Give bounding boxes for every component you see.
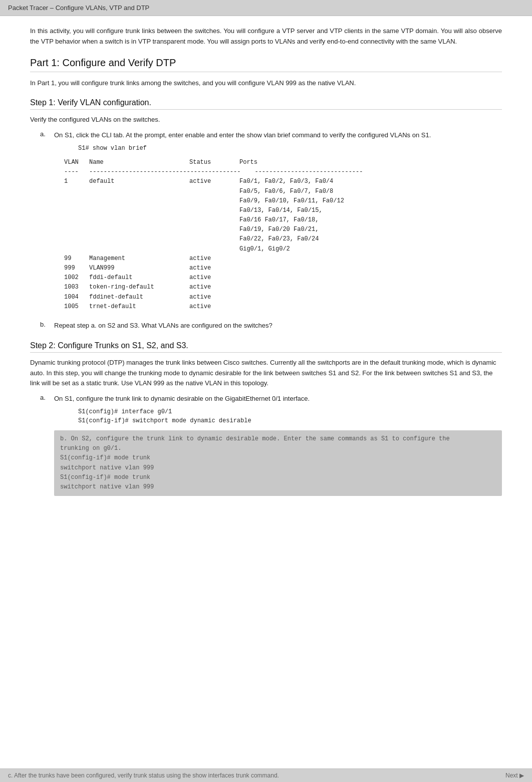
vlan-name-1005: trnet-default: [89, 302, 189, 312]
vlan-row-99: 99 Management active: [64, 254, 502, 264]
vlan-status-999: active: [189, 264, 239, 273]
step1-sub-a: a. On S1, click the CLI tab. At the prom…: [30, 130, 502, 317]
vlan-name-1002: fddi-default: [89, 273, 189, 283]
sub-b-label: b.: [40, 321, 54, 331]
step2-sub-a-label: a.: [40, 394, 54, 500]
step1-heading: Step 1: Verify VLAN configuration.: [30, 98, 502, 110]
vlan-name-1: default: [89, 177, 189, 254]
main-content: In this activity, you will configure tru…: [0, 16, 532, 524]
next-button[interactable]: Next ▶: [505, 772, 524, 779]
col-vlan: VLAN: [64, 158, 89, 167]
vlan-id-1003: 1003: [64, 283, 89, 292]
highlighted-section-b: b. On S2, configure the trunk link to dy…: [54, 430, 502, 496]
vlan-status-99: active: [189, 254, 239, 264]
vlan-ports-1004: [239, 293, 502, 302]
vlan-id-1: 1: [64, 177, 89, 254]
highlight-line-5: S1(config-if)# mode trunk: [60, 473, 496, 482]
ports-line-3: Fa0/9, Fa0/10, Fa0/11, Fa0/12: [239, 196, 502, 206]
intro-paragraph: In this activity, you will configure tru…: [30, 26, 502, 47]
title-text: Packet Tracer – Configure VLANs, VTP and…: [8, 4, 149, 12]
vlan-ports-1002: [239, 273, 502, 283]
vlan-status-1005: active: [189, 302, 239, 312]
col-name: Name: [89, 158, 189, 167]
sub-b-content: Repeat step a. on S2 and S3. What VLANs …: [54, 321, 502, 331]
vlan-id-1005: 1005: [64, 302, 89, 312]
vlan-ports-1005: [239, 302, 502, 312]
step2-heading: Step 2: Configure Trunks on S1, S2, and …: [30, 341, 502, 353]
step2-intro: Dynamic trunking protocol (DTP) manages …: [30, 358, 502, 389]
sep-status: ----------: [204, 167, 254, 177]
highlight-line-6: switchport native vlan 999: [60, 482, 496, 492]
vlan-name-1004: fddinet-default: [89, 293, 189, 302]
vlan-status-1002: active: [189, 273, 239, 283]
ports-line-4: Fa0/13, Fa0/14, Fa0/15,: [239, 206, 502, 215]
page-container: Packet Tracer – Configure VLANs, VTP and…: [0, 0, 532, 782]
vlan-id-99: 99: [64, 254, 89, 264]
bottom-bar: c. After the trunks have been configured…: [0, 768, 532, 782]
vlan-status-1003: active: [189, 283, 239, 292]
sub-a-text: On S1, click the CLI tab. At the prompt,…: [54, 131, 431, 139]
cli-prompt: S1# show vlan brief: [78, 145, 147, 152]
vlan-status-1004: active: [189, 293, 239, 302]
vlan-row-1004: 1004 fddinet-default active: [64, 293, 502, 302]
vlan-table: VLAN Name Status Ports ---- ------------…: [64, 158, 502, 312]
vlan-name-99: Management: [89, 254, 189, 264]
vlan-row-1005: 1005 trnet-default active: [64, 302, 502, 312]
vlan-ports-1003: [239, 283, 502, 292]
bottom-bar-text: c. After the trunks have been configured…: [8, 772, 279, 779]
highlight-line-3: S1(config-if)# mode trunk: [60, 453, 496, 463]
vlan-row-999: 999 VLAN999 active: [64, 264, 502, 273]
step1-sub-b: b. Repeat step a. on S2 and S3. What VLA…: [30, 321, 502, 331]
vlan-id-999: 999: [64, 264, 89, 273]
vlan-name-999: VLAN999: [89, 264, 189, 273]
part1-heading: Part 1: Configure and Verify DTP: [30, 57, 502, 72]
step2-sub-a-content: On S1, configure the trunk link to dynam…: [54, 394, 502, 500]
highlight-line-2: trunking on g0/1.: [60, 444, 496, 453]
vlan-status-1: active: [189, 177, 239, 254]
ports-line-2: Fa0/5, Fa0/6, Fa0/7, Fa0/8: [239, 187, 502, 196]
col-status: Status: [189, 158, 239, 167]
part1-intro: In Part 1, you will configure trunk link…: [30, 78, 502, 89]
sep-name: --------------------------------: [89, 167, 204, 177]
sep-ports: ------------------------------: [254, 167, 502, 177]
title-bar: Packet Tracer – Configure VLANs, VTP and…: [0, 0, 532, 16]
sep-id: ----: [64, 167, 89, 177]
vlan-row-1003: 1003 token-ring-default active: [64, 283, 502, 292]
ports-line-8: Gig0/1, Gig0/2: [239, 244, 502, 254]
highlight-line-4: switchport native vlan 999: [60, 463, 496, 473]
vlan-table-header: VLAN Name Status Ports: [64, 158, 502, 167]
cli-line-2: S1(config-if)# switchport mode dynamic d…: [78, 416, 502, 425]
vlan-name-1003: token-ring-default: [89, 283, 189, 292]
vlan-id-1002: 1002: [64, 273, 89, 283]
step2-sub-a-text: On S1, configure the trunk link to dynam…: [54, 395, 310, 402]
step2-cli1: S1(config)# interface g0/1 S1(config-if)…: [78, 407, 502, 425]
step2-sub-a: a. On S1, configure the trunk link to dy…: [30, 394, 502, 500]
ports-line-7: Fa0/22, Fa0/23, Fa0/24: [239, 234, 502, 244]
separator-row: ---- -------------------------------- --…: [64, 167, 502, 177]
cli-line-1: S1(config)# interface g0/1: [78, 407, 502, 416]
sub-a-label: a.: [40, 130, 54, 317]
ports-line-5: Fa0/16 Fa0/17, Fa0/18,: [239, 215, 502, 225]
vlan-row-1002: 1002 fddi-default active: [64, 273, 502, 283]
vlan-ports-1: Fa0/1, Fa0/2, Fa0/3, Fa0/4 Fa0/5, Fa0/6,…: [239, 177, 502, 254]
vlan-row-1: 1 default active Fa0/1, Fa0/2, Fa0/3, Fa…: [64, 177, 502, 254]
col-ports: Ports: [239, 158, 502, 167]
vlan-id-1004: 1004: [64, 293, 89, 302]
vlan-ports-99: [239, 254, 502, 264]
cli-show-vlan: S1# show vlan brief: [78, 144, 502, 153]
ports-line-6: Fa0/19, Fa0/20 Fa0/21,: [239, 225, 502, 234]
highlight-line-1: b. On S2, configure the trunk link to dy…: [60, 434, 496, 444]
sub-a-content: On S1, click the CLI tab. At the prompt,…: [54, 130, 502, 317]
ports-line-1: Fa0/1, Fa0/2, Fa0/3, Fa0/4: [239, 177, 502, 186]
step1-text: Verify the configured VLANs on the switc…: [30, 115, 502, 125]
vlan-ports-999: [239, 264, 502, 273]
